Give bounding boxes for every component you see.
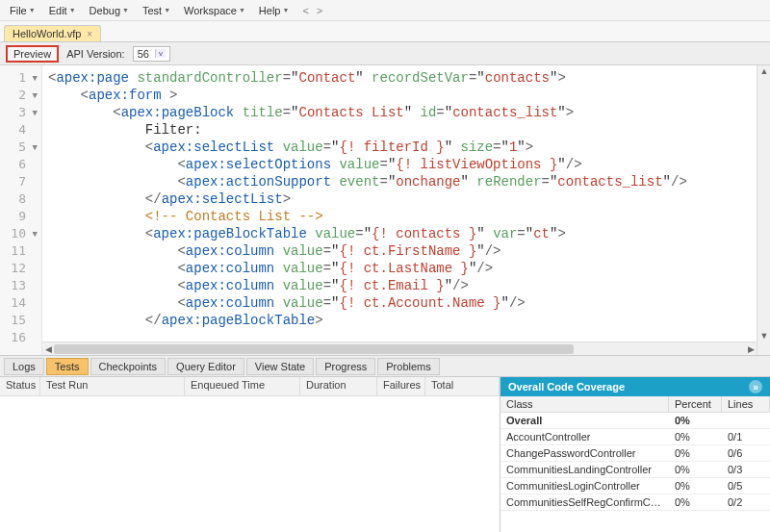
file-tab-label: HelloWorld.vfp: [13, 28, 81, 39]
code-line[interactable]: <apex:column value="{! ct.LastName }"/>: [48, 260, 757, 277]
menu-debug[interactable]: Debug▼: [84, 3, 135, 18]
coverage-row[interactable]: CommunitiesSelfRegConfirmController0%0/2: [500, 494, 770, 511]
gutter-line: 3▼: [0, 104, 41, 121]
gutter-line: 16: [0, 329, 41, 346]
caret-down-icon: ▼: [164, 7, 170, 13]
panel-tabs: LogsTestsCheckpointsQuery EditorView Sta…: [0, 356, 770, 377]
scroll-down-icon[interactable]: ▼: [757, 330, 770, 342]
gutter-line: 5▼: [0, 139, 41, 156]
api-version-select[interactable]: 56 v: [133, 46, 170, 62]
col-failures[interactable]: Failures: [377, 377, 425, 395]
col-testrun[interactable]: Test Run: [40, 377, 185, 395]
line-gutter: 1▼2▼3▼45▼678910▼111213141516: [0, 65, 42, 355]
caret-down-icon: ▼: [29, 7, 36, 13]
menu-test[interactable]: Test▼: [137, 3, 176, 18]
api-version-label: API Version:: [66, 48, 125, 60]
file-tab-helloworld[interactable]: HelloWorld.vfp ×: [4, 25, 101, 41]
gutter-line: 13: [0, 277, 41, 294]
caret-down-icon: ▼: [239, 7, 245, 13]
col-enqueued[interactable]: Enqueued Time: [185, 377, 300, 395]
code-line[interactable]: </apex:pageBlockTable>: [48, 312, 757, 329]
nav-forward-icon[interactable]: >: [317, 5, 322, 16]
code-line[interactable]: <apex:selectOptions value="{! listViewOp…: [48, 156, 757, 173]
preview-button[interactable]: Preview: [6, 45, 59, 63]
panel-tab-tests[interactable]: Tests: [46, 358, 89, 375]
menu-bar: File▼ Edit▼ Debug▼ Test▼ Workspace▼ Help…: [0, 0, 770, 21]
scroll-left-icon[interactable]: ◀: [42, 342, 54, 356]
col-percent[interactable]: Percent: [669, 396, 722, 412]
gutter-line: 8: [0, 190, 41, 208]
caret-down-icon: ▼: [122, 7, 129, 13]
editor-toolbar: Preview API Version: 56 v: [0, 42, 770, 65]
gutter-line: 15: [0, 312, 41, 329]
refresh-icon[interactable]: »: [749, 380, 762, 393]
coverage-row[interactable]: ChangePasswordController0%0/6: [500, 445, 770, 462]
col-duration[interactable]: Duration: [300, 377, 377, 395]
menu-help[interactable]: Help▼: [253, 3, 295, 18]
panel-tab-checkpoints[interactable]: Checkpoints: [90, 358, 167, 375]
scroll-up-icon[interactable]: ▲: [757, 65, 770, 77]
code-line[interactable]: </apex:selectList>: [48, 190, 757, 208]
code-line[interactable]: <apex:selectList value="{! filterId }" s…: [48, 139, 757, 156]
panel-tab-query-editor[interactable]: Query Editor: [167, 358, 244, 375]
fold-icon[interactable]: ▼: [30, 225, 38, 242]
nav-back-icon[interactable]: <: [302, 5, 308, 16]
code-line[interactable]: <apex:column value="{! ct.FirstName }"/>: [48, 242, 757, 260]
code-area[interactable]: <apex:page standardController="Contact" …: [42, 65, 757, 355]
panel-tab-logs[interactable]: Logs: [4, 358, 44, 375]
code-line[interactable]: <apex:actionSupport event="onchange" reR…: [48, 173, 757, 190]
code-editor[interactable]: 1▼2▼3▼45▼678910▼111213141516 <apex:page …: [0, 65, 770, 356]
menu-edit[interactable]: Edit▼: [43, 3, 82, 18]
scrollbar-thumb[interactable]: [54, 344, 574, 354]
code-line[interactable]: <!-- Contacts List -->: [48, 208, 757, 225]
coverage-row[interactable]: CommunitiesLandingController0%0/3: [500, 462, 770, 478]
menu-file[interactable]: File▼: [4, 3, 41, 18]
code-line[interactable]: <apex:column value="{! ct.Email }"/>: [48, 277, 757, 294]
col-lines[interactable]: Lines: [722, 396, 770, 412]
close-icon[interactable]: ×: [87, 29, 92, 39]
fold-icon[interactable]: ▼: [30, 104, 38, 121]
coverage-row[interactable]: CommunitiesLoginController0%0/5: [500, 478, 770, 494]
panel-tab-progress[interactable]: Progress: [316, 358, 375, 375]
col-class[interactable]: Class: [500, 396, 669, 412]
menu-workspace[interactable]: Workspace▼: [178, 3, 251, 18]
coverage-row[interactable]: Overall0%: [500, 413, 770, 429]
gutter-line: 11: [0, 242, 41, 260]
tests-header: Status Test Run Enqueued Time Duration F…: [0, 377, 500, 396]
gutter-line: 7: [0, 173, 41, 190]
gutter-line: 4: [0, 121, 41, 139]
api-version-value: 56: [138, 48, 149, 60]
coverage-title-bar: Overall Code Coverage »: [500, 377, 770, 396]
fold-icon[interactable]: ▼: [30, 69, 38, 87]
caret-down-icon: ▼: [282, 7, 289, 13]
coverage-header: Class Percent Lines: [500, 396, 770, 413]
scroll-right-icon[interactable]: ▶: [745, 342, 757, 356]
fold-icon[interactable]: ▼: [30, 139, 38, 156]
gutter-line: 1▼: [0, 69, 41, 87]
chevron-down-icon: v: [155, 49, 166, 58]
gutter-line: 12: [0, 260, 41, 277]
panel-tab-problems[interactable]: Problems: [377, 358, 439, 375]
coverage-panel: Overall Code Coverage » Class Percent Li…: [500, 377, 770, 532]
gutter-line: 2▼: [0, 87, 41, 104]
horizontal-scrollbar[interactable]: ◀ ▶: [42, 342, 757, 355]
fold-icon[interactable]: ▼: [30, 87, 38, 104]
panel-tab-view-state[interactable]: View State: [246, 358, 314, 375]
tests-table: Status Test Run Enqueued Time Duration F…: [0, 377, 500, 532]
caret-down-icon: ▼: [69, 7, 76, 13]
code-line[interactable]: <apex:form >: [48, 87, 757, 104]
vertical-scrollbar[interactable]: ▲ ▼: [757, 65, 770, 355]
code-line[interactable]: Filter:: [48, 121, 757, 139]
file-tab-bar: HelloWorld.vfp ×: [0, 21, 770, 42]
col-status[interactable]: Status: [0, 377, 40, 395]
col-total[interactable]: Total: [425, 377, 500, 395]
code-line[interactable]: <apex:column value="{! ct.Account.Name }…: [48, 294, 757, 312]
code-line[interactable]: <apex:pageBlock title="Contacts List" id…: [48, 104, 757, 121]
code-line[interactable]: <apex:page standardController="Contact" …: [48, 69, 757, 87]
gutter-line: 10▼: [0, 225, 41, 242]
coverage-row[interactable]: AccountController0%0/1: [500, 429, 770, 445]
gutter-line: 9: [0, 208, 41, 225]
gutter-line: 14: [0, 294, 41, 312]
gutter-line: 6: [0, 156, 41, 173]
code-line[interactable]: <apex:pageBlockTable value="{! contacts …: [48, 225, 757, 242]
